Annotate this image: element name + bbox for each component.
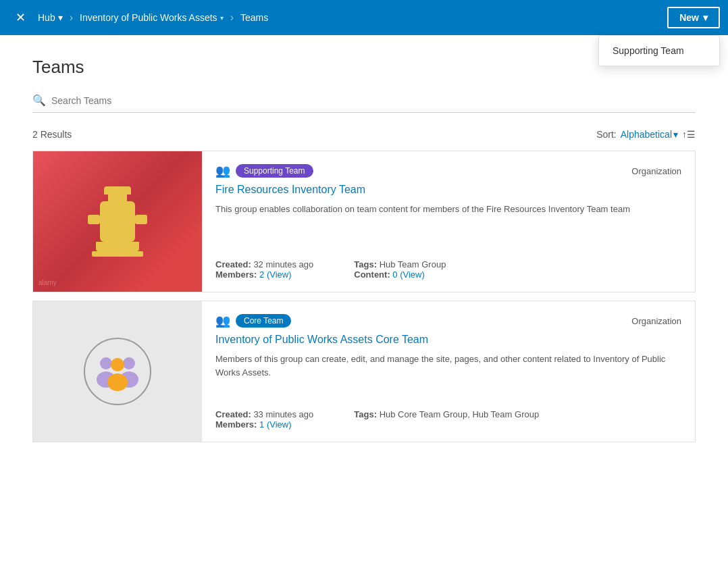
core-team-badge: Core Team (236, 314, 291, 328)
team-description-core-team: Members of this group can create, edit, … (215, 353, 681, 379)
search-icon: 🔍 (32, 94, 46, 107)
hub-label: Hub (38, 12, 55, 23)
team-type-core-team: Organization (631, 316, 681, 326)
svg-point-2 (123, 357, 135, 369)
team-card-body-core-team: 👥 Core Team Organization Inventory of Pu… (202, 301, 695, 442)
supporting-team-badge: Supporting Team (236, 164, 313, 178)
team-members-fire-resources: Members: 2 (View) (215, 269, 313, 280)
breadcrumb-inventory-chevron-icon: ▾ (220, 14, 224, 22)
new-dropdown-menu: Supporting Team (598, 35, 720, 66)
results-count: 2 Results (32, 129, 72, 140)
sort-chevron-icon: ▾ (673, 129, 678, 140)
new-button[interactable]: New ▾ (667, 7, 720, 28)
team-card-header-left-core: 👥 Core Team (215, 313, 291, 328)
team-card-core-team: 👥 Core Team Organization Inventory of Pu… (32, 301, 696, 442)
team-card-fire-resources: alamy 👥 Supporting Team Organization Fir… (32, 151, 696, 292)
created-label-core: Created: (215, 409, 251, 419)
team-card-header-core-team: 👥 Core Team Organization (215, 313, 681, 328)
team-card-header-fire-resources: 👥 Supporting Team Organization (215, 163, 681, 178)
team-description-fire-resources: This group enables collaboration on team… (215, 203, 681, 216)
results-header: 2 Results Sort: Alphabetical ▾ ↑☰ (32, 129, 696, 140)
team-meta-fire-resources: Created: 32 minutes ago Members: 2 (View… (215, 259, 681, 280)
tags-label: Tags: (354, 259, 377, 269)
sort-dropdown[interactable]: Alphabetical ▾ (621, 129, 678, 140)
team-meta-left-core-team: Created: 33 minutes ago Members: 1 (View… (215, 409, 313, 430)
content-count-link-fire-resources[interactable]: 0 (392, 269, 397, 280)
members-count-link-fire-resources[interactable]: 2 (259, 269, 264, 280)
sort-order-icon[interactable]: ↑☰ (682, 129, 696, 140)
tags-value: Hub Team Group (380, 259, 446, 269)
hub-chevron-icon: ▾ (58, 12, 63, 23)
created-value-core: 33 minutes ago (253, 409, 313, 419)
team-tags-fire-resources: Tags: Hub Team Group (354, 259, 446, 269)
page-title: Teams (32, 57, 696, 78)
team-card-header-left: 👥 Supporting Team (215, 163, 313, 178)
tags-value-core: Hub Core Team Group, Hub Team Group (380, 409, 540, 419)
team-meta-right-core-team: Tags: Hub Core Team Group, Hub Team Grou… (354, 409, 539, 430)
team-meta-left-fire-resources: Created: 32 minutes ago Members: 2 (View… (215, 259, 313, 280)
sort-area: Sort: Alphabetical ▾ ↑☰ (596, 129, 696, 140)
core-team-placeholder (33, 301, 202, 442)
tags-label-core: Tags: (354, 409, 377, 419)
close-button[interactable]: ✕ (8, 5, 32, 30)
team-content-fire-resources: Content: 0 (View) (354, 269, 446, 280)
team-card-image-fire-resources: alamy (33, 151, 202, 292)
members-view-link-core[interactable]: (View) (267, 419, 292, 430)
search-input[interactable] (51, 95, 696, 106)
dropdown-item-supporting-team[interactable]: Supporting Team (599, 36, 719, 66)
breadcrumb-separator-1: › (70, 11, 73, 24)
new-button-chevron-icon: ▾ (703, 12, 708, 23)
team-card-image-core-team (33, 301, 202, 442)
team-created-fire-resources: Created: 32 minutes ago (215, 259, 313, 269)
breadcrumb-separator-2: › (230, 11, 234, 24)
team-members-icon-core: 👥 (215, 313, 230, 328)
hub-nav-item[interactable]: Hub ▾ (32, 12, 68, 23)
team-name-fire-resources[interactable]: Fire Resources Inventory Team (215, 184, 681, 196)
breadcrumb-teams-label: Teams (240, 12, 268, 23)
members-view-link-fire-resources[interactable]: (View) (267, 269, 292, 280)
team-created-core-team: Created: 33 minutes ago (215, 409, 313, 419)
breadcrumb-teams[interactable]: Teams (235, 12, 274, 23)
team-card-body-fire-resources: 👥 Supporting Team Organization Fire Reso… (202, 151, 695, 292)
content-view-link-fire-resources[interactable]: (View) (400, 269, 425, 280)
svg-point-5 (107, 373, 128, 391)
content-label: Content: (354, 269, 390, 280)
people-icon-group (84, 338, 151, 405)
team-meta-core-team: Created: 33 minutes ago Members: 1 (View… (215, 409, 681, 430)
created-label: Created: (215, 259, 251, 269)
app-header: ✕ Hub ▾ › Inventory of Public Works Asse… (0, 0, 728, 35)
members-label-core: Members: (215, 419, 257, 430)
breadcrumb-inventory-label: Inventory of Public Works Assets (80, 12, 217, 23)
team-type-fire-resources: Organization (631, 166, 681, 176)
team-name-core-team[interactable]: Inventory of Public Works Assets Core Te… (215, 334, 681, 346)
sort-label: Sort: (596, 129, 617, 140)
members-label: Members: (215, 269, 257, 280)
svg-point-4 (111, 358, 124, 371)
created-value: 32 minutes ago (253, 259, 313, 269)
team-members-icon: 👥 (215, 163, 230, 178)
team-meta-right-fire-resources: Tags: Hub Team Group Content: 0 (View) (354, 259, 446, 280)
team-tags-core-team: Tags: Hub Core Team Group, Hub Team Grou… (354, 409, 539, 419)
hydrant-illustration (92, 186, 143, 257)
people-svg-icon (94, 351, 141, 392)
team-members-core-team: Members: 1 (View) (215, 419, 313, 430)
breadcrumb-inventory[interactable]: Inventory of Public Works Assets ▾ (74, 12, 229, 23)
svg-point-0 (100, 357, 112, 369)
sort-value: Alphabetical (621, 129, 672, 140)
members-count-link-core[interactable]: 1 (259, 419, 264, 430)
page-content: Teams 🔍 2 Results Sort: Alphabetical ▾ ↑… (0, 35, 728, 472)
search-bar: 🔍 (32, 94, 696, 113)
new-button-label: New (679, 12, 699, 23)
